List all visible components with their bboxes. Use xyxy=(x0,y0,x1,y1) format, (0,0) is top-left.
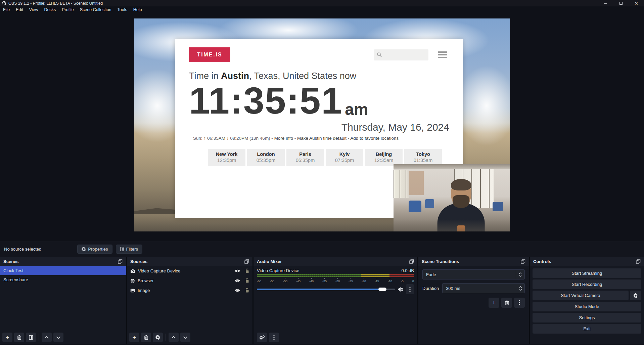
scene-item-screenshare[interactable]: Screenshare xyxy=(0,275,126,284)
minimize-button[interactable]: ─ xyxy=(598,0,613,6)
speaker-icon[interactable] xyxy=(398,287,403,292)
popout-icon[interactable] xyxy=(521,259,525,264)
trash-icon xyxy=(144,335,148,340)
clock-meridiem: am xyxy=(345,101,368,120)
mixer-channel-menu-button[interactable] xyxy=(406,284,414,294)
world-cities: New York12:35pm London05:35pm Paris06:35… xyxy=(208,149,442,166)
settings-button[interactable]: Settings xyxy=(533,313,641,322)
big-clock: 11:35:51 am xyxy=(189,82,449,120)
gears-icon xyxy=(259,335,265,340)
kebab-icon xyxy=(519,300,520,305)
properties-button[interactable]: Properties xyxy=(77,245,112,254)
add-transition-button[interactable]: + xyxy=(489,298,499,308)
move-scene-up-button[interactable] xyxy=(42,333,52,342)
menu-help[interactable]: Help xyxy=(130,6,145,13)
make-default-link[interactable]: Make Austin time default xyxy=(297,136,347,141)
volume-slider[interactable] xyxy=(257,287,395,291)
unlock-icon[interactable] xyxy=(245,288,249,293)
advanced-audio-button[interactable] xyxy=(257,333,267,342)
virtual-camera-config-button[interactable] xyxy=(630,291,641,300)
studio-mode-button[interactable]: Studio Mode xyxy=(533,302,641,311)
move-source-up-button[interactable] xyxy=(169,333,179,342)
popout-icon[interactable] xyxy=(409,259,414,264)
unlock-icon[interactable] xyxy=(245,278,249,283)
add-favorite-link[interactable]: Add to favorite locations xyxy=(350,136,399,141)
city-tokyo[interactable]: Tokyo01:35am xyxy=(404,149,442,166)
close-button[interactable]: ✕ xyxy=(629,0,644,6)
eye-icon[interactable] xyxy=(234,289,240,292)
kebab-icon xyxy=(273,335,275,340)
move-scene-down-button[interactable] xyxy=(53,333,63,342)
sun-info-line: Sun: ↑ 06:35AM ↓ 08:20PM (13h 46m) - Mor… xyxy=(189,136,449,141)
more-info-link[interactable]: More info xyxy=(274,136,293,141)
eye-icon[interactable] xyxy=(234,269,240,273)
source-row-image[interactable]: Image xyxy=(127,286,252,295)
eye-icon[interactable] xyxy=(234,279,240,283)
obs-logo-icon xyxy=(2,1,6,5)
popout-icon[interactable] xyxy=(244,259,249,264)
duration-spinbox[interactable]: 300 ms xyxy=(442,283,525,293)
trash-icon xyxy=(505,300,509,305)
webcam-overlay xyxy=(394,164,510,231)
controls-title: Controls xyxy=(533,259,551,264)
window-title: OBS 29.1.2 - Profile: LLHLS BETA - Scene… xyxy=(8,1,103,6)
transition-select[interactable]: Fade xyxy=(422,269,525,279)
city-london[interactable]: London05:35pm xyxy=(247,149,285,166)
city-paris[interactable]: Paris06:35pm xyxy=(286,149,324,166)
title-bar: OBS 29.1.2 - Profile: LLHLS BETA - Scene… xyxy=(0,0,644,6)
source-row-browser[interactable]: Browser xyxy=(127,276,252,286)
gear-icon xyxy=(82,247,86,251)
source-row-video-capture[interactable]: Video Capture Device xyxy=(127,266,252,276)
meter-scale: -60-55-50-45-40-35-30-25-20-15-10-50 xyxy=(257,278,414,283)
program-canvas[interactable]: TIME.IS Time in Austin, Texas, United St… xyxy=(134,18,510,231)
add-source-button[interactable]: + xyxy=(129,333,139,342)
chevron-up-icon xyxy=(171,336,176,339)
source-properties-button[interactable] xyxy=(153,333,163,342)
sources-title: Sources xyxy=(130,259,147,264)
popout-icon[interactable] xyxy=(636,259,641,264)
filter-icon xyxy=(29,335,33,340)
volume-slider-handle[interactable] xyxy=(378,288,386,291)
transition-select-arrows[interactable] xyxy=(516,270,524,279)
filters-button[interactable]: Filters xyxy=(116,245,142,254)
menu-profile[interactable]: Profile xyxy=(59,6,77,13)
menu-view[interactable]: View xyxy=(26,6,41,13)
site-search-input[interactable] xyxy=(374,49,428,60)
start-streaming-button[interactable]: Start Streaming xyxy=(533,268,641,278)
remove-source-button[interactable] xyxy=(141,333,151,342)
scene-transitions-dock: Scene Transitions Fade Duration 300 ms xyxy=(418,257,529,344)
mixer-channel-name: Video Capture Device xyxy=(257,268,299,273)
source-toolbar: No source selected Properties Filters xyxy=(0,241,644,257)
cloud xyxy=(456,66,510,146)
add-scene-button[interactable]: + xyxy=(2,333,12,342)
city-beijing[interactable]: Beijing12:35am xyxy=(365,149,403,166)
transition-menu-button[interactable] xyxy=(514,298,525,308)
mixer-menu-button[interactable] xyxy=(269,333,279,342)
popout-icon[interactable] xyxy=(118,259,123,264)
start-recording-button[interactable]: Start Recording xyxy=(533,279,641,289)
menu-edit[interactable]: Edit xyxy=(13,6,26,13)
remove-transition-button[interactable] xyxy=(501,298,512,308)
kebab-icon xyxy=(409,287,411,292)
trash-icon xyxy=(17,335,21,340)
city-kyiv[interactable]: Kyiv07:35pm xyxy=(326,149,363,166)
scene-filters-button[interactable] xyxy=(26,333,36,342)
move-source-down-button[interactable] xyxy=(180,333,190,342)
scene-item-clock-test[interactable]: Clock Test xyxy=(0,266,126,275)
menu-scene-collection[interactable]: Scene Collection xyxy=(77,6,114,13)
duration-spin-arrows[interactable] xyxy=(516,284,524,293)
menu-tools[interactable]: Tools xyxy=(114,6,130,13)
camera-icon xyxy=(130,269,135,273)
current-date: Thursday, May 16, 2024 xyxy=(189,122,449,133)
menu-docks[interactable]: Docks xyxy=(41,6,59,13)
start-virtual-camera-button[interactable]: Start Virtual Camera xyxy=(533,291,629,300)
hamburger-menu-icon[interactable] xyxy=(438,51,447,58)
city-newyork[interactable]: New York12:35pm xyxy=(208,149,245,166)
unlock-icon[interactable] xyxy=(245,268,249,273)
remove-scene-button[interactable] xyxy=(14,333,24,342)
timeis-logo: TIME.IS xyxy=(189,47,230,62)
menu-file[interactable]: File xyxy=(0,6,13,13)
maximize-button[interactable] xyxy=(613,0,629,6)
menu-bar: File Edit View Docks Profile Scene Colle… xyxy=(0,6,644,13)
exit-button[interactable]: Exit xyxy=(533,324,641,334)
